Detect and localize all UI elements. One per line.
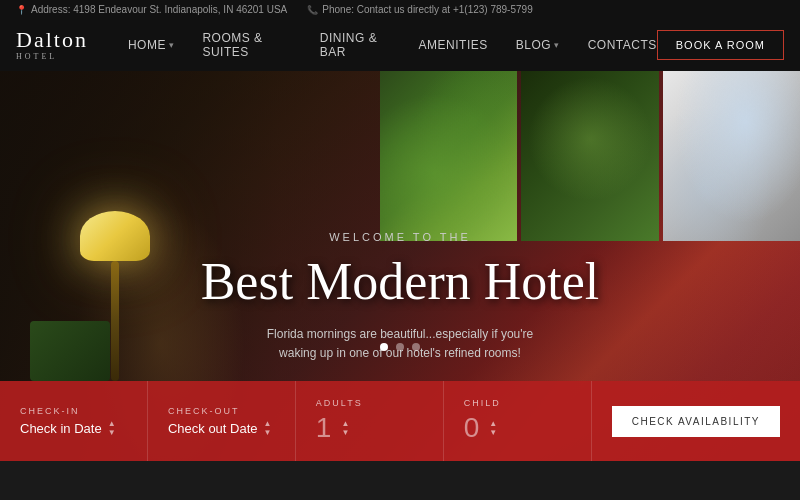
checkin-label: CHECK-IN <box>20 406 127 416</box>
photo-panel-1 <box>380 71 517 241</box>
welcome-text: WELCOME TO THE <box>150 231 650 243</box>
booking-bar: CHECK-IN Check in Date ▲ ▼ CHECK-OUT Che… <box>0 381 800 461</box>
child-field[interactable]: CHILD 0 ▲ ▼ <box>444 381 592 461</box>
checkout-arrows: ▲ ▼ <box>264 420 272 437</box>
location-icon: 📍 <box>16 5 27 15</box>
book-room-button[interactable]: BOOK A ROOM <box>657 30 784 60</box>
checkout-label: CHECK-OUT <box>168 406 275 416</box>
hero-section: WELCOME TO THE Best Modern Hotel Florida… <box>0 71 800 461</box>
phone-info: 📞 Phone: Contact us directly at +1(123) … <box>307 4 532 15</box>
photo-panels <box>380 71 800 241</box>
checkin-value: Check in Date ▲ ▼ <box>20 420 127 437</box>
child-down-arrow[interactable]: ▼ <box>489 429 497 437</box>
lamp-shade <box>80 211 150 261</box>
nav-dining[interactable]: DINING & BAR <box>320 31 391 59</box>
adults-down-arrow[interactable]: ▼ <box>341 429 349 437</box>
child-up-arrow[interactable]: ▲ <box>489 420 497 428</box>
nav-links: HOME ▾ ROOMS & SUITES DINING & BAR AMENI… <box>128 31 657 59</box>
side-table <box>30 321 110 381</box>
hero-title: Best Modern Hotel <box>150 253 650 310</box>
checkin-field[interactable]: CHECK-IN Check in Date ▲ ▼ <box>0 381 148 461</box>
checkout-up-arrow[interactable]: ▲ <box>264 420 272 428</box>
slide-dot-1[interactable] <box>380 343 388 351</box>
nav-blog[interactable]: BLOG ▾ <box>516 38 560 52</box>
checkin-down-arrow[interactable]: ▼ <box>108 429 116 437</box>
checkout-value: Check out Date ▲ ▼ <box>168 420 275 437</box>
checkin-up-arrow[interactable]: ▲ <box>108 420 116 428</box>
slide-dot-3[interactable] <box>412 343 420 351</box>
child-label: CHILD <box>464 398 571 408</box>
blog-dropdown-icon: ▾ <box>554 40 560 50</box>
info-bar: 📍 Address: 4198 Endeavour St. Indianapol… <box>0 0 800 19</box>
main-nav: Dalton HOTEL HOME ▾ ROOMS & SUITES DININ… <box>0 19 800 71</box>
checkin-arrows: ▲ ▼ <box>108 420 116 437</box>
photo-panel-2 <box>521 71 658 241</box>
adults-up-arrow[interactable]: ▲ <box>341 420 349 428</box>
child-arrows: ▲ ▼ <box>489 420 497 437</box>
checkout-down-arrow[interactable]: ▼ <box>264 429 272 437</box>
nav-contacts[interactable]: CONTACTS <box>588 38 657 52</box>
slide-dots <box>380 343 420 351</box>
lamp-stem <box>111 261 119 381</box>
photo-panel-3 <box>663 71 800 241</box>
child-value: 0 ▲ ▼ <box>464 412 571 444</box>
address-info: 📍 Address: 4198 Endeavour St. Indianapol… <box>16 4 287 15</box>
adults-field[interactable]: ADULTS 1 ▲ ▼ <box>296 381 444 461</box>
logo: Dalton HOTEL <box>16 29 88 61</box>
nav-rooms[interactable]: ROOMS & SUITES <box>202 31 291 59</box>
checkout-field[interactable]: CHECK-OUT Check out Date ▲ ▼ <box>148 381 296 461</box>
home-dropdown-icon: ▾ <box>169 40 175 50</box>
check-availability-button[interactable]: CHECK AVAILABILITY <box>612 406 780 437</box>
phone-icon: 📞 <box>307 5 318 15</box>
nav-home[interactable]: HOME ▾ <box>128 38 175 52</box>
nav-amenities[interactable]: AMENITIES <box>419 38 488 52</box>
adults-arrows: ▲ ▼ <box>341 420 349 437</box>
adults-number: 1 <box>316 412 332 444</box>
adults-label: ADULTS <box>316 398 423 408</box>
check-availability-wrap: CHECK AVAILABILITY <box>592 381 800 461</box>
child-number: 0 <box>464 412 480 444</box>
slide-dot-2[interactable] <box>396 343 404 351</box>
adults-value: 1 ▲ ▼ <box>316 412 423 444</box>
